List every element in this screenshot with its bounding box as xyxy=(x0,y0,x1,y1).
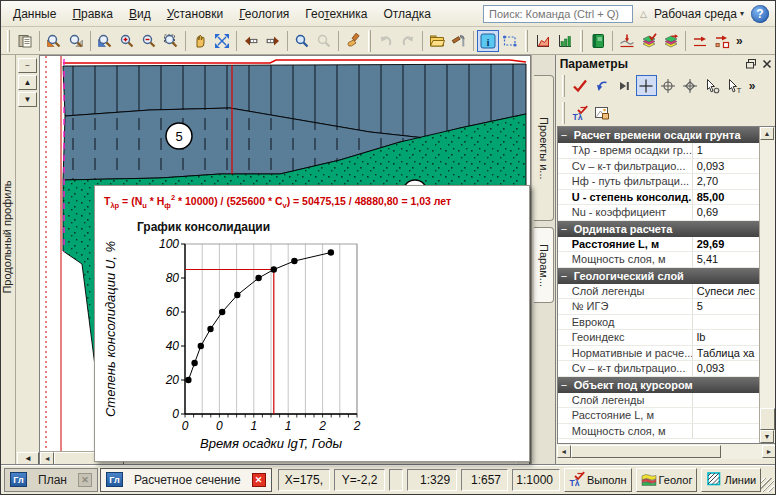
grid-vscrollbar[interactable]: ▲ ▼ xyxy=(759,127,775,443)
vscroll-track[interactable] xyxy=(760,140,775,408)
run-icon[interactable]: Тλ xyxy=(570,102,591,123)
zoom-prev-icon[interactable] xyxy=(43,30,65,52)
redo-icon[interactable] xyxy=(397,30,419,52)
grid-row-value[interactable] xyxy=(692,424,759,439)
scroll-down-icon[interactable]: ▼ xyxy=(760,430,774,443)
cursor-circle-icon[interactable] xyxy=(702,75,723,96)
menu-item[interactable]: Правка xyxy=(64,3,121,25)
crosshair-icon[interactable] xyxy=(636,75,657,96)
grid-row-value[interactable]: 1 xyxy=(692,143,759,158)
grid-section-header[interactable]: −Геологический слой xyxy=(558,268,759,284)
paste-icon[interactable] xyxy=(14,30,36,52)
view-tab-section[interactable]: ГлРасчетное сечение✕ xyxy=(100,468,272,492)
step-forward-icon[interactable] xyxy=(614,75,635,96)
apply-check-icon[interactable] xyxy=(570,75,591,96)
toolbar-grip[interactable] xyxy=(580,30,583,52)
grid-section-header[interactable]: −Ордината расчета xyxy=(558,221,759,237)
grid-row-value[interactable]: 85,00 xyxy=(692,190,759,205)
grid-row-value[interactable] xyxy=(692,315,759,330)
layers-check-icon[interactable] xyxy=(638,30,660,52)
toolbar-grip[interactable] xyxy=(562,102,565,124)
grid-row-value[interactable]: 0,093 xyxy=(692,159,759,174)
collapse-icon[interactable]: − xyxy=(561,379,569,391)
zoom-out-icon[interactable] xyxy=(138,30,160,52)
grid-row-value[interactable]: 5,41 xyxy=(692,252,759,267)
fit-extents-icon[interactable] xyxy=(211,30,233,52)
target-circle-icon[interactable] xyxy=(658,75,679,96)
grid-row-value[interactable] xyxy=(692,393,759,408)
workspace-menu[interactable]: Рабочая среда ▾ xyxy=(654,7,744,21)
menu-item[interactable]: Данные xyxy=(5,3,64,25)
collapse-splitter-icon[interactable]: − xyxy=(18,58,37,73)
find-next-icon[interactable] xyxy=(313,30,335,52)
cursor-t-icon[interactable]: Т xyxy=(724,75,745,96)
profile-curve-icon[interactable] xyxy=(616,30,638,52)
collapse-icon[interactable]: − xyxy=(561,270,569,282)
grid-row-value[interactable]: 0,093 xyxy=(692,361,759,376)
menu-item[interactable]: Геология xyxy=(231,3,297,25)
undo-icon[interactable] xyxy=(375,30,397,52)
preview-icon[interactable] xyxy=(592,102,613,123)
scroll-up-icon[interactable]: ▲ xyxy=(760,127,774,140)
run-calculation-button[interactable]: ТλВыполн xyxy=(564,468,632,492)
brush-icon[interactable] xyxy=(342,30,364,52)
target-diamond-icon[interactable] xyxy=(680,75,701,96)
grid-row-value[interactable]: Таблица ха xyxy=(692,346,759,361)
overflow-chevron-icon[interactable]: » xyxy=(733,34,746,48)
info-icon[interactable]: i xyxy=(477,30,499,52)
float-window-icon[interactable] xyxy=(745,58,757,70)
toolbar-grip[interactable] xyxy=(7,30,10,52)
grid-row-value[interactable]: 2,70 xyxy=(692,174,759,189)
arrow-line-icon[interactable] xyxy=(689,30,711,52)
scale-prev-icon[interactable] xyxy=(240,30,262,52)
geology-toggle-button[interactable]: Геолог xyxy=(636,468,698,492)
toolbar-grip[interactable] xyxy=(368,30,371,52)
search-options-icon[interactable]: △ xyxy=(640,9,647,19)
menu-item[interactable]: Геотехника xyxy=(297,3,375,25)
chart-green-icon[interactable] xyxy=(554,30,576,52)
find-icon[interactable] xyxy=(291,30,313,52)
zoom-area-icon[interactable] xyxy=(94,30,116,52)
layers-export-icon[interactable] xyxy=(660,30,682,52)
scale-next-icon[interactable] xyxy=(262,30,284,52)
lines-toggle-button[interactable]: Линии xyxy=(701,468,761,492)
tab-longitudinal-profile[interactable]: Продольный профиль xyxy=(1,167,13,307)
close-icon[interactable] xyxy=(761,58,773,70)
toolbar-grip[interactable] xyxy=(562,75,565,97)
grid-hscrollbar[interactable]: ◄ ► xyxy=(557,444,776,459)
zoom-window-icon[interactable] xyxy=(160,30,182,52)
vscroll-thumb[interactable] xyxy=(760,408,775,430)
collapse-icon[interactable]: − xyxy=(561,223,569,235)
undo-edit-icon[interactable] xyxy=(592,75,613,96)
grid-row-value[interactable]: 29,69 xyxy=(692,237,759,252)
view-tab-plan[interactable]: ГлПлан✕ xyxy=(4,468,98,492)
resize-grip-icon[interactable] xyxy=(761,478,774,492)
scroll-down-icon[interactable]: ▼ xyxy=(18,92,37,107)
scroll-right-icon[interactable]: ► xyxy=(762,445,776,458)
overflow-chevron-icon[interactable]: » xyxy=(746,79,759,93)
grid-section-header[interactable]: −Расчет времени осадки грунта xyxy=(558,127,759,143)
scroll-left-icon[interactable]: ◄ xyxy=(557,445,571,458)
vtab-parameters[interactable]: Парам... xyxy=(534,227,554,303)
book-icon[interactable] xyxy=(587,30,609,52)
grid-section-header[interactable]: −Объект под курсором xyxy=(558,377,759,393)
menu-item[interactable]: Отладка xyxy=(375,3,438,25)
grid-row-value[interactable]: lb xyxy=(692,330,759,345)
grid-row-value[interactable]: Супеси лес xyxy=(692,284,759,299)
vtab-projects[interactable]: Проекты и... xyxy=(534,75,554,221)
close-icon[interactable]: ✕ xyxy=(78,473,92,487)
scale-vertical[interactable]: 1:657 xyxy=(461,469,508,491)
zoom-in-icon[interactable] xyxy=(116,30,138,52)
grid-row-value[interactable] xyxy=(692,408,759,423)
zoom-next-icon[interactable] xyxy=(65,30,87,52)
scroll-up-icon[interactable]: ▲ xyxy=(18,75,37,90)
menu-item[interactable]: Установки xyxy=(159,3,232,25)
search-input[interactable] xyxy=(483,5,633,23)
scale-horizontal[interactable]: 1:329 xyxy=(407,469,458,491)
arrow-node-icon[interactable] xyxy=(711,30,733,52)
pan-icon[interactable] xyxy=(189,30,211,52)
scale-plan[interactable]: 1:1000 xyxy=(512,469,560,491)
grid-row-value[interactable]: 5 xyxy=(692,299,759,314)
grid-row-value[interactable]: 0,69 xyxy=(692,205,759,220)
select-rect-icon[interactable] xyxy=(499,30,521,52)
